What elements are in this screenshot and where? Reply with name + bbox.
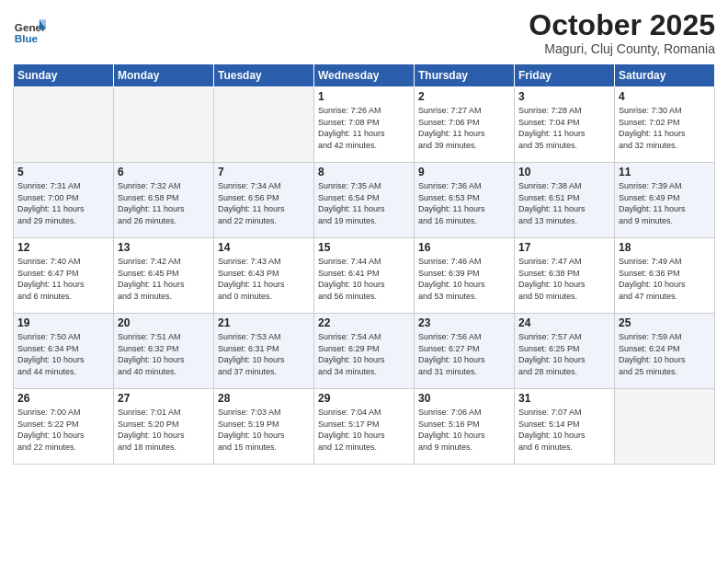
calendar-cell: 16Sunrise: 7:46 AM Sunset: 6:39 PM Dayli…: [415, 238, 515, 314]
col-saturday: Saturday: [615, 64, 715, 87]
day-number: 23: [418, 316, 510, 329]
day-info: Sunrise: 7:03 AM Sunset: 5:19 PM Dayligh…: [218, 407, 310, 453]
calendar-cell: 24Sunrise: 7:57 AM Sunset: 6:25 PM Dayli…: [515, 314, 615, 389]
calendar-cell: 20Sunrise: 7:51 AM Sunset: 6:32 PM Dayli…: [114, 314, 214, 389]
day-number: 14: [218, 241, 310, 254]
day-info: Sunrise: 7:44 AM Sunset: 6:41 PM Dayligh…: [318, 256, 410, 302]
day-number: 26: [17, 392, 109, 405]
calendar-week-row: 19Sunrise: 7:50 AM Sunset: 6:34 PM Dayli…: [14, 314, 715, 389]
day-info: Sunrise: 7:39 AM Sunset: 6:49 PM Dayligh…: [619, 180, 711, 226]
calendar-header-row: Sunday Monday Tuesday Wednesday Thursday…: [14, 64, 715, 87]
day-number: 2: [418, 90, 510, 103]
day-number: 9: [418, 166, 510, 178]
calendar-cell: 18Sunrise: 7:49 AM Sunset: 6:36 PM Dayli…: [615, 238, 715, 314]
calendar-cell: [615, 389, 715, 465]
col-friday: Friday: [515, 64, 615, 87]
day-number: 5: [17, 166, 109, 178]
day-number: 13: [118, 241, 210, 254]
month-title: October 2025: [529, 9, 715, 41]
title-block: October 2025 Maguri, Cluj County, Romani…: [529, 9, 715, 56]
day-info: Sunrise: 7:26 AM Sunset: 7:08 PM Dayligh…: [318, 105, 410, 151]
day-number: 28: [218, 392, 310, 405]
day-info: Sunrise: 7:53 AM Sunset: 6:31 PM Dayligh…: [218, 331, 310, 377]
day-number: 17: [518, 241, 610, 254]
day-number: 24: [518, 316, 610, 329]
day-info: Sunrise: 7:28 AM Sunset: 7:04 PM Dayligh…: [518, 105, 610, 151]
day-info: Sunrise: 7:34 AM Sunset: 6:56 PM Dayligh…: [218, 180, 310, 226]
day-info: Sunrise: 7:49 AM Sunset: 6:36 PM Dayligh…: [619, 256, 711, 302]
day-info: Sunrise: 7:04 AM Sunset: 5:17 PM Dayligh…: [318, 407, 410, 453]
calendar-cell: 14Sunrise: 7:43 AM Sunset: 6:43 PM Dayli…: [214, 238, 314, 314]
day-number: 4: [619, 90, 711, 103]
day-info: Sunrise: 7:01 AM Sunset: 5:20 PM Dayligh…: [118, 407, 210, 453]
day-info: Sunrise: 7:42 AM Sunset: 6:45 PM Dayligh…: [118, 256, 210, 302]
day-number: 22: [318, 316, 410, 329]
calendar-cell: 22Sunrise: 7:54 AM Sunset: 6:29 PM Dayli…: [314, 314, 415, 389]
day-number: 8: [318, 166, 410, 178]
day-info: Sunrise: 7:36 AM Sunset: 6:53 PM Dayligh…: [418, 180, 510, 226]
day-info: Sunrise: 7:40 AM Sunset: 6:47 PM Dayligh…: [17, 256, 109, 302]
calendar-week-row: 26Sunrise: 7:00 AM Sunset: 5:22 PM Dayli…: [14, 389, 715, 465]
svg-text:Blue: Blue: [15, 32, 39, 44]
calendar-cell: 10Sunrise: 7:38 AM Sunset: 6:51 PM Dayli…: [515, 163, 615, 238]
col-sunday: Sunday: [14, 64, 114, 87]
calendar-cell: [14, 87, 114, 163]
calendar-cell: 11Sunrise: 7:39 AM Sunset: 6:49 PM Dayli…: [615, 163, 715, 238]
day-number: 21: [218, 316, 310, 329]
day-number: 25: [619, 316, 711, 329]
calendar-cell: 1Sunrise: 7:26 AM Sunset: 7:08 PM Daylig…: [314, 87, 415, 163]
col-tuesday: Tuesday: [214, 64, 314, 87]
calendar-cell: 9Sunrise: 7:36 AM Sunset: 6:53 PM Daylig…: [415, 163, 515, 238]
subtitle: Maguri, Cluj County, Romania: [529, 41, 715, 56]
calendar-week-row: 1Sunrise: 7:26 AM Sunset: 7:08 PM Daylig…: [14, 87, 715, 163]
col-monday: Monday: [114, 64, 214, 87]
calendar-cell: 7Sunrise: 7:34 AM Sunset: 6:56 PM Daylig…: [214, 163, 314, 238]
logo-icon: General Blue: [13, 13, 46, 46]
day-number: 1: [318, 90, 410, 103]
day-number: 29: [318, 392, 410, 405]
header: General Blue October 2025 Maguri, Cluj C…: [13, 9, 715, 56]
logo: General Blue: [13, 13, 48, 46]
calendar-cell: 13Sunrise: 7:42 AM Sunset: 6:45 PM Dayli…: [114, 238, 214, 314]
day-info: Sunrise: 7:57 AM Sunset: 6:25 PM Dayligh…: [518, 331, 610, 377]
calendar-cell: 30Sunrise: 7:06 AM Sunset: 5:16 PM Dayli…: [415, 389, 515, 465]
calendar-cell: 21Sunrise: 7:53 AM Sunset: 6:31 PM Dayli…: [214, 314, 314, 389]
calendar-cell: 19Sunrise: 7:50 AM Sunset: 6:34 PM Dayli…: [14, 314, 114, 389]
calendar-cell: 8Sunrise: 7:35 AM Sunset: 6:54 PM Daylig…: [314, 163, 415, 238]
calendar-cell: 17Sunrise: 7:47 AM Sunset: 6:38 PM Dayli…: [515, 238, 615, 314]
day-info: Sunrise: 7:30 AM Sunset: 7:02 PM Dayligh…: [619, 105, 711, 151]
day-info: Sunrise: 7:06 AM Sunset: 5:16 PM Dayligh…: [418, 407, 510, 453]
calendar-week-row: 5Sunrise: 7:31 AM Sunset: 7:00 PM Daylig…: [14, 163, 715, 238]
calendar-cell: 29Sunrise: 7:04 AM Sunset: 5:17 PM Dayli…: [314, 389, 415, 465]
day-number: 27: [118, 392, 210, 405]
day-number: 19: [17, 316, 109, 329]
day-info: Sunrise: 7:46 AM Sunset: 6:39 PM Dayligh…: [418, 256, 510, 302]
day-info: Sunrise: 7:43 AM Sunset: 6:43 PM Dayligh…: [218, 256, 310, 302]
calendar-cell: 23Sunrise: 7:56 AM Sunset: 6:27 PM Dayli…: [415, 314, 515, 389]
calendar-cell: 28Sunrise: 7:03 AM Sunset: 5:19 PM Dayli…: [214, 389, 314, 465]
day-info: Sunrise: 7:07 AM Sunset: 5:14 PM Dayligh…: [518, 407, 610, 453]
calendar-cell: 2Sunrise: 7:27 AM Sunset: 7:06 PM Daylig…: [415, 87, 515, 163]
calendar-cell: 5Sunrise: 7:31 AM Sunset: 7:00 PM Daylig…: [14, 163, 114, 238]
day-number: 15: [318, 241, 410, 254]
calendar-cell: 3Sunrise: 7:28 AM Sunset: 7:04 PM Daylig…: [515, 87, 615, 163]
calendar-cell: [114, 87, 214, 163]
day-number: 10: [518, 166, 610, 178]
calendar-cell: 25Sunrise: 7:59 AM Sunset: 6:24 PM Dayli…: [615, 314, 715, 389]
calendar-cell: 15Sunrise: 7:44 AM Sunset: 6:41 PM Dayli…: [314, 238, 415, 314]
day-number: 11: [619, 166, 711, 178]
calendar-cell: 12Sunrise: 7:40 AM Sunset: 6:47 PM Dayli…: [14, 238, 114, 314]
day-info: Sunrise: 7:00 AM Sunset: 5:22 PM Dayligh…: [17, 407, 109, 453]
page: General Blue October 2025 Maguri, Cluj C…: [0, 0, 728, 474]
col-wednesday: Wednesday: [314, 64, 415, 87]
calendar-table: Sunday Monday Tuesday Wednesday Thursday…: [13, 63, 715, 465]
day-info: Sunrise: 7:59 AM Sunset: 6:24 PM Dayligh…: [619, 331, 711, 377]
day-number: 31: [518, 392, 610, 405]
day-info: Sunrise: 7:47 AM Sunset: 6:38 PM Dayligh…: [518, 256, 610, 302]
calendar-cell: 27Sunrise: 7:01 AM Sunset: 5:20 PM Dayli…: [114, 389, 214, 465]
day-info: Sunrise: 7:51 AM Sunset: 6:32 PM Dayligh…: [118, 331, 210, 377]
day-info: Sunrise: 7:56 AM Sunset: 6:27 PM Dayligh…: [418, 331, 510, 377]
day-info: Sunrise: 7:50 AM Sunset: 6:34 PM Dayligh…: [17, 331, 109, 377]
day-info: Sunrise: 7:31 AM Sunset: 7:00 PM Dayligh…: [17, 180, 109, 226]
day-number: 18: [619, 241, 711, 254]
